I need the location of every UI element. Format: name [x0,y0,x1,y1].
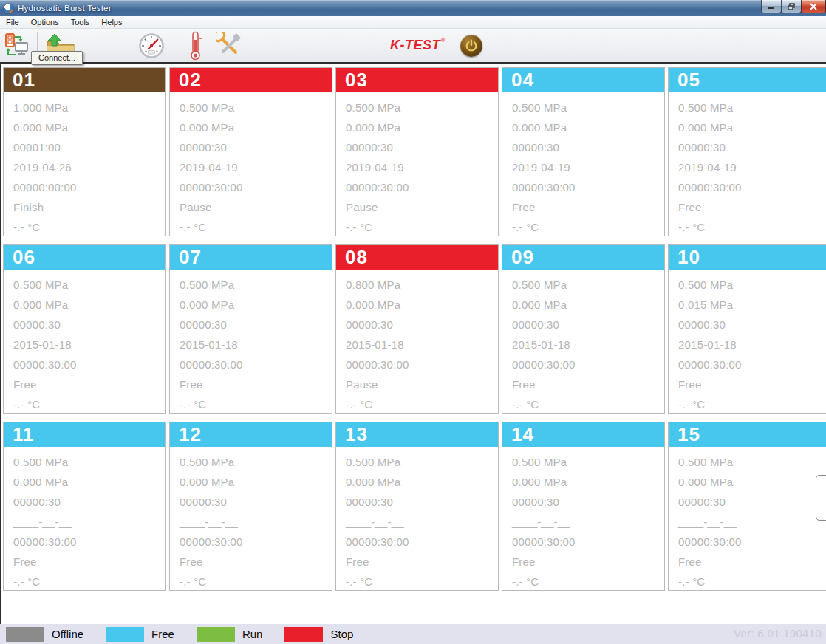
temperature-value: -.- °C [13,217,165,236]
channel-card[interactable]: 02 0.500 MPa 0.000 MPa 00000:30 2019-04-… [169,67,332,236]
channel-header: 01 [4,68,165,92]
channel-body: 0.500 MPa 0.000 MPa 00000:30 ____-__-__ … [336,447,498,591]
channel-card[interactable]: 01 1.000 MPa 0.000 MPa 00001:00 2019-04-… [3,67,166,236]
hold-time-value: 00000:30 [512,492,664,512]
set-pressure-value: 0.500 MPa [180,452,332,472]
connect-icon [3,32,31,60]
channel-header: 02 [170,68,332,92]
test-date-value: 2015-01-18 [678,335,826,354]
channel-header: 15 [669,422,826,447]
version-label: Ver: 6.01.190410 [734,627,822,640]
test-date-value: 2019-04-19 [512,157,664,177]
channel-card[interactable]: 06 0.500 MPa 0.000 MPa 00000:30 2015-01-… [3,244,166,414]
test-date-value: 2019-04-19 [678,157,826,177]
window-controls [762,0,826,13]
hold-time-value: 00000:30 [180,137,332,157]
temperature-value: -.- °C [180,217,332,236]
total-time-value: 00000:30:00 [13,532,165,552]
temperature-value: -.- °C [512,572,664,591]
channel-card[interactable]: 11 0.500 MPa 0.000 MPa 00000:30 ____-__-… [3,422,166,591]
current-pressure-value: 0.000 MPa [13,117,165,137]
channel-card[interactable]: 09 0.500 MPa 0.000 MPa 00000:30 2015-01-… [502,244,665,414]
channel-card[interactable]: 12 0.500 MPa 0.000 MPa 00000:30 ____-__-… [169,422,332,591]
test-date-value: 2015-01-18 [346,335,498,354]
channel-card[interactable]: 13 0.500 MPa 0.000 MPa 00000:30 ____-__-… [335,422,499,591]
total-time-value: 00000:30:00 [346,354,498,374]
temperature-value: -.- °C [346,394,498,414]
test-date-value: ____-__-__ [180,512,332,532]
power-button[interactable] [460,35,482,57]
channel-card[interactable]: 05 0.500 MPa 0.000 MPa 00000:30 2019-04-… [668,67,826,236]
status-text: Free [512,374,664,394]
channel-number: 02 [179,69,202,92]
set-pressure-value: 0.500 MPa [678,275,826,295]
channel-header: 08 [336,245,498,270]
menu-item[interactable]: Helps [95,16,128,28]
thermometer-icon [188,31,202,61]
channel-body: 0.500 MPa 0.000 MPa 00000:30 ____-__-__ … [502,447,664,591]
set-pressure-value: 0.500 MPa [512,452,664,472]
registered-mark: ® [441,38,446,43]
channel-grid: 01 1.000 MPa 0.000 MPa 00001:00 2019-04-… [3,67,826,591]
status-text: Free [180,552,332,572]
menu-item[interactable]: File [0,16,25,28]
status-text: Free [512,552,664,572]
menu-item[interactable]: Options [25,16,65,28]
channel-card[interactable]: 15 0.500 MPa 0.000 MPa 00000:30 ____-__-… [668,422,826,591]
temperature-value: -.- °C [13,394,165,414]
set-pressure-value: 0.500 MPa [180,275,332,295]
status-text: Finish [13,197,165,217]
legend-color-swatch [284,627,323,642]
total-time-value: 00000:30:00 [180,177,332,197]
current-pressure-value: 0.000 MPa [346,117,498,137]
channel-card[interactable]: 10 0.500 MPa 0.015 MPa 00000:30 2015-01-… [668,244,826,414]
close-button[interactable] [801,0,826,13]
total-time-value: 00000:30:00 [180,532,332,552]
total-time-value: 00000:30:00 [512,532,664,552]
current-pressure-value: 0.000 MPa [180,472,332,492]
channel-number: 14 [511,423,534,446]
current-pressure-value: 0.000 MPa [678,472,826,492]
set-pressure-value: 0.500 MPa [346,452,498,472]
maximize-restore-button[interactable] [781,0,802,13]
set-pressure-value: 0.500 MPa [13,275,165,295]
pressure-gauge-button[interactable] [138,32,165,59]
status-text: Free [346,552,498,572]
menu-item[interactable]: Tools [65,16,96,28]
titlebar: Hydrostatic Burst Tester [0,0,826,16]
current-pressure-value: 0.015 MPa [678,295,826,315]
scrollbar-fragment[interactable] [816,475,826,521]
channel-card[interactable]: 03 0.500 MPa 0.000 MPa 00000:30 2019-04-… [335,67,499,236]
thermometer-button[interactable] [188,31,202,61]
legend-color-swatch [6,627,44,642]
current-pressure-value: 0.000 MPa [512,295,664,315]
total-time-value: 00000:30:00 [678,354,826,374]
channel-header: 12 [170,422,332,447]
status-text: Pause [180,197,332,217]
temperature-value: -.- °C [346,572,498,591]
minimize-button[interactable] [761,0,782,13]
channel-body: 0.800 MPa 0.000 MPa 00000:30 2015-01-18 … [336,270,498,414]
status-text: Free [678,552,826,572]
legend-color-swatch [106,627,144,642]
channel-card[interactable]: 04 0.500 MPa 0.000 MPa 00000:30 2019-04-… [502,67,665,236]
channel-card[interactable]: 07 0.500 MPa 0.000 MPa 00000:30 2015-01-… [169,244,332,414]
channel-header: 11 [4,422,165,447]
hold-time-value: 00000:30 [678,492,826,512]
channel-header: 07 [170,245,332,270]
total-time-value: 00000:30:00 [180,354,332,374]
temperature-value: -.- °C [346,217,498,236]
channel-number: 10 [677,246,700,269]
channel-card[interactable]: 14 0.500 MPa 0.000 MPa 00000:30 ____-__-… [502,422,665,591]
connect-button[interactable] [3,32,31,60]
legend-label: Offline [52,628,83,640]
power-icon [465,39,478,52]
channel-card[interactable]: 08 0.800 MPa 0.000 MPa 00000:30 2015-01-… [335,244,499,414]
status-text: Free [678,197,826,217]
channel-body: 0.500 MPa 0.000 MPa 00000:30 2015-01-18 … [170,270,332,414]
settings-tools-button[interactable] [216,32,242,59]
pressure-gauge-icon [138,32,165,59]
set-pressure-value: 0.500 MPa [678,452,826,472]
status-text: Free [512,197,664,217]
current-pressure-value: 0.000 MPa [13,472,165,492]
